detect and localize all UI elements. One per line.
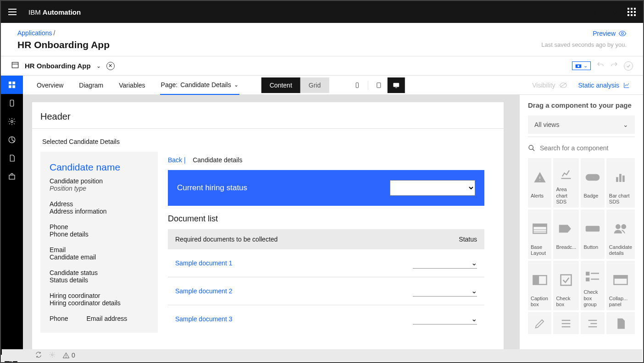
doc-row: Sample document 1 [168,249,484,277]
comp-placeholder[interactable] [581,312,604,334]
sync-icon[interactable] [35,351,42,360]
doc-row: Sample document 3 [168,305,484,333]
svg-rect-15 [377,82,380,88]
canvas-scroll[interactable]: Header Selected Candidate Details Candid… [23,95,519,355]
tab-variables[interactable]: Variables [118,76,146,94]
chevron-down-icon: ⌄ [623,121,628,128]
coordinator-label: Hiring coordinator [50,292,149,299]
comp-caption-box[interactable]: Caption box [528,261,551,310]
breadcrumb: Applications/ [17,29,627,37]
breadcrumb-separator: / [54,29,56,37]
rail-item-toolbox[interactable] [1,167,23,186]
doc-row: Sample document 2 [168,277,484,305]
tab-overview[interactable]: Overview [36,76,64,94]
tab-page[interactable]: Page: Candidate Details ⌄ [160,76,239,95]
svg-rect-38 [586,272,589,275]
page-title: HR Onboarding App [17,39,627,50]
chevron-down-icon[interactable]: ⌄ [96,63,101,69]
checkbox-group-icon [585,270,600,283]
address-label: Address [50,200,149,208]
rail-item-file[interactable] [1,149,23,167]
badge-icon: 10 [585,171,600,184]
doc-link[interactable]: Sample document 1 [175,259,413,267]
comp-placeholder[interactable] [528,312,551,334]
content-toggle-button[interactable]: Content [261,77,300,93]
undo-icon[interactable] [596,61,605,71]
button-icon: OK [585,222,600,235]
comp-alerts[interactable]: Alerts [528,158,551,208]
svg-point-50 [51,354,53,356]
svg-rect-25 [620,174,622,182]
document-icon[interactable] [589,7,597,17]
comp-breadcrumb[interactable]: Breadc... [553,209,579,259]
visibility-toggle[interactable]: Visibility [532,82,567,89]
device-desktop-button[interactable] [387,77,405,93]
views-dropdown[interactable]: All views⌄ [528,116,635,134]
edit-icon [532,317,548,330]
comp-area-chart[interactable]: Area chart SDS [553,158,579,208]
doc-status-select[interactable] [413,286,477,297]
redo-icon[interactable] [610,61,618,71]
file-icon [613,317,628,330]
svg-rect-13 [9,175,15,179]
global-header: IBM Automation [1,1,643,23]
col-required: Required documents to be collected [175,236,459,243]
people-icon [613,222,628,235]
search-icon [528,144,535,152]
rail-item-mobile[interactable] [1,94,23,112]
comp-candidate-details[interactable]: Candidate details [606,209,635,259]
page-canvas: Header Selected Candidate Details Candid… [32,102,504,355]
back-link[interactable]: Back | [168,156,186,164]
preview-button[interactable]: Preview [593,29,627,38]
comp-collapse-panel[interactable]: Collap... panel [606,261,635,310]
doc-link[interactable]: Sample document 3 [175,315,413,323]
svg-rect-43 [614,275,627,278]
email2-label: Email address [86,315,127,322]
user-avatar-icon[interactable] [608,7,616,17]
svg-rect-21 [539,180,540,181]
svg-rect-9 [9,86,11,88]
candidate-name: Candidate name [50,162,149,173]
comp-button[interactable]: OKButton [581,209,604,259]
app-switcher-icon[interactable] [627,8,636,16]
left-tool-rail [1,76,23,355]
status-bar: 0 [2,349,642,361]
rail-item-settings[interactable] [1,112,23,131]
hamburger-icon[interactable] [8,7,17,16]
svg-line-19 [533,149,534,151]
doc-link[interactable]: Sample document 2 [175,287,413,295]
close-icon[interactable]: ✕ [106,62,115,70]
device-tablet-button[interactable] [370,77,387,93]
doc-status-select[interactable] [413,314,477,324]
svg-rect-14 [356,82,358,88]
rail-item-layout[interactable] [1,76,23,94]
svg-point-12 [11,121,13,123]
comp-placeholder[interactable] [606,312,635,334]
gear-icon[interactable] [49,351,56,360]
comp-checkbox-group[interactable]: Check box group [581,261,604,310]
screenshot-button[interactable]: ⌄ [572,61,591,70]
tab-diagram[interactable]: Diagram [78,76,104,94]
doc-status-select[interactable] [413,258,477,269]
static-analysis-button[interactable]: Static analysis [578,82,630,89]
collapse-panel-icon [613,274,628,286]
validation-status-icon[interactable] [624,61,633,71]
hiring-status-select[interactable] [390,180,475,196]
comp-base-layout[interactable]: Base Layout [528,209,551,259]
comp-bar-chart[interactable]: Bar chart SDS [606,158,635,208]
comp-badge[interactable]: 10Badge [581,158,604,208]
search-input[interactable] [540,144,635,152]
chevron-down-icon[interactable]: ⌄ [234,82,239,88]
list-icon [558,317,574,330]
palette-search [528,142,635,158]
breadcrumb-root-link[interactable]: Applications [17,29,52,37]
comp-checkbox[interactable]: Check box [553,261,579,310]
main-area: Overview Diagram Variables Page: Candida… [1,76,643,355]
candidate-position: Candidate position [50,177,149,185]
device-phone-button[interactable] [348,77,366,93]
grid-toggle-button[interactable]: Grid [300,77,329,93]
svg-rect-28 [533,224,546,227]
rail-item-data[interactable] [1,131,23,149]
comp-placeholder[interactable] [553,312,579,334]
warnings-count[interactable]: 0 [62,352,75,359]
